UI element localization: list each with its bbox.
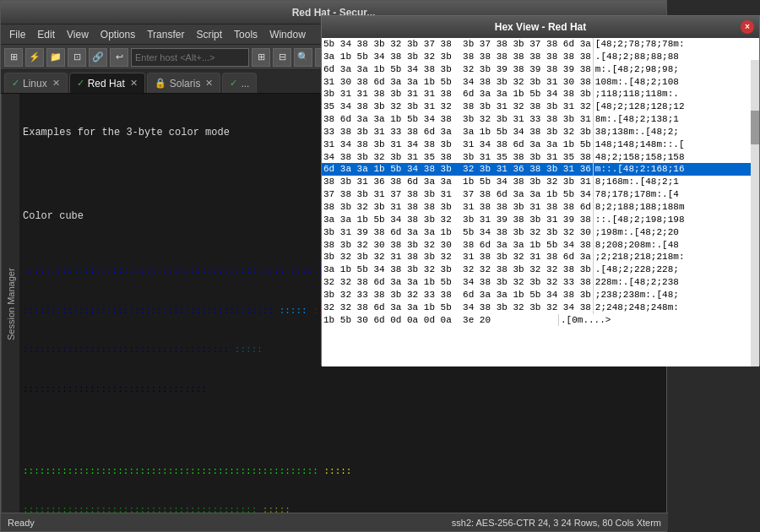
hex-text-cell: 8;208;208m:.[48 xyxy=(593,239,751,252)
hex-text-cell: 8;2;188;188;188m xyxy=(593,201,751,214)
hex-row: 32 32 38 6d 3a 3a 1b 5b 34 38 3b 32 3b 3… xyxy=(322,301,751,314)
toolbar-copy2-btn[interactable]: ⊞ xyxy=(252,48,270,67)
hex-row: 3a 3a 1b 5b 34 38 3b 32 3b 31 39 38 3b 3… xyxy=(322,214,751,226)
hex-bytes-cell: 3a 1b 5b 34 38 3b 32 3b 38 38 38 38 38 3… xyxy=(322,51,593,63)
hex-bytes-cell: 38 3b 32 3b 31 38 38 3b 31 38 38 3b 31 3… xyxy=(322,201,593,214)
tab-redhat[interactable]: ✓ Red Hat ✕ xyxy=(69,73,145,93)
hex-content[interactable]: 5b 34 38 3b 32 3b 37 38 3b 37 38 3b 37 3… xyxy=(322,38,759,366)
hex-bytes-cell: 32 32 38 6d 3a 3a 1b 5b 34 38 3b 32 3b 3… xyxy=(322,301,593,314)
hex-text-cell: 8m:.[48;2;138;1 xyxy=(593,113,751,126)
menu-options[interactable]: Options xyxy=(95,27,140,42)
hex-title: Hex View - Red Hat xyxy=(495,21,586,33)
hex-row: 38 3b 32 30 38 3b 32 30 38 6d 3a 3a 1b 5… xyxy=(322,239,751,252)
hex-window: Hex View - Red Hat × 5b 34 38 3b 32 3b 3… xyxy=(321,15,760,366)
hex-bytes-cell: 3b 32 33 38 3b 32 33 38 6d 3a 3a 1b 5b 3… xyxy=(322,289,593,301)
hex-titlebar: Hex View - Red Hat × xyxy=(322,16,759,38)
check-icon-linux: ✓ xyxy=(12,78,19,89)
tab-solaris[interactable]: 🔒 Solaris ✕ xyxy=(147,73,221,93)
hex-text-cell: 148;148;148m::.[ xyxy=(593,138,751,151)
hex-text-cell: ;118;118;118m:. xyxy=(593,88,751,100)
check-icon-redhat: ✓ xyxy=(77,78,84,89)
hex-row: 3b 31 31 38 3b 31 31 38 6d 3a 3a 1b 5b 3… xyxy=(322,88,751,100)
hex-row: 3b 31 39 38 6d 3a 3a 1b 5b 34 38 3b 32 3… xyxy=(322,226,751,239)
hex-row: 34 38 3b 32 3b 31 35 38 3b 31 35 38 3b 3… xyxy=(322,151,751,164)
session-manager-label: Session Manager xyxy=(6,268,16,340)
hex-row: 3a 1b 5b 34 38 3b 32 3b 32 32 38 3b 32 3… xyxy=(322,263,751,276)
hex-row: 3b 32 3b 32 31 38 3b 32 31 38 3b 32 31 3… xyxy=(322,251,751,263)
hex-bytes-cell: 31 30 38 6d 3a 3a 1b 5b 34 38 3b 32 3b 3… xyxy=(322,76,593,89)
tab-more-label: ... xyxy=(241,78,249,90)
hex-bytes-cell: 3b 31 31 38 3b 31 31 38 6d 3a 3a 1b 5b 3… xyxy=(322,88,593,100)
hex-row: 6d 3a 3a 1b 5b 34 38 3b 32 3b 39 38 39 3… xyxy=(322,63,751,76)
check-icon-more: ✓ xyxy=(230,78,237,89)
hex-row: 38 3b 31 36 38 6d 3a 3a 1b 5b 34 38 3b 3… xyxy=(322,176,751,188)
tab-more[interactable]: ✓ ... xyxy=(222,73,257,93)
toolbar-copy-btn[interactable]: ⊡ xyxy=(68,48,86,67)
hex-bytes-cell: 35 34 38 3b 32 3b 31 32 38 3b 31 32 38 3… xyxy=(322,100,593,113)
term-line-space1 xyxy=(23,424,663,437)
hex-bytes-cell: 6d 3a 3a 1b 5b 34 38 3b 32 3b 31 36 38 3… xyxy=(322,163,593,176)
hex-text-cell: ;238;238m:.[48; xyxy=(593,289,751,301)
tab-redhat-close[interactable]: ✕ xyxy=(130,78,138,89)
menu-tools[interactable]: Tools xyxy=(229,27,263,42)
hex-bytes-cell: 33 38 3b 31 33 38 6d 3a 3a 1b 5b 34 38 3… xyxy=(322,126,593,138)
hex-text-cell: .[48;2;228;228; xyxy=(593,263,751,276)
host-input[interactable] xyxy=(131,48,249,67)
tab-linux[interactable]: ✓ Linux ✕ xyxy=(4,73,68,93)
tab-solaris-label: Solaris xyxy=(170,78,201,90)
hex-text-cell: 38;138m:.[48;2; xyxy=(593,126,751,138)
status-info: ssh2: AES-256-CTR 24, 3 24 Rows, 80 Cols… xyxy=(452,518,661,528)
hex-text-cell: 48;2;158;158;158 xyxy=(593,151,751,164)
hex-text-cell: 2;248;248;248m: xyxy=(593,301,751,314)
hex-row: 33 38 3b 31 33 38 6d 3a 3a 1b 5b 34 38 3… xyxy=(322,126,751,138)
toolbar-paste-btn[interactable]: ⊟ xyxy=(273,48,291,67)
hex-bytes-cell: 38 3b 31 36 38 6d 3a 3a 1b 5b 34 38 3b 3… xyxy=(322,176,593,188)
hex-bytes-cell: 1b 5b 30 6d 0d 0a 0d 0a 3e 20 xyxy=(322,314,558,327)
hex-row: 6d 3a 3a 1b 5b 34 38 3b 32 3b 31 36 38 3… xyxy=(322,163,751,176)
toolbar-back-btn[interactable]: ↩ xyxy=(110,48,128,67)
hex-row: 38 3b 32 3b 31 38 38 3b 31 38 38 3b 31 3… xyxy=(322,201,751,214)
hex-text-cell: 228m:.[48;2;238 xyxy=(593,276,751,289)
toolbar-find-btn[interactable]: 🔍 xyxy=(294,48,312,67)
term-dots-5: ::::::::::::::::::::::::::::::::::::::::… xyxy=(23,466,663,477)
toolbar-flash-btn[interactable]: ⚡ xyxy=(25,48,44,67)
hex-row: 3a 1b 5b 34 38 3b 32 3b 38 38 38 38 38 3… xyxy=(322,51,751,63)
hex-text-cell: 108m:.[48;2;108 xyxy=(593,76,751,89)
hex-bytes-cell: 37 38 3b 31 37 38 3b 31 37 38 6d 3a 3a 1… xyxy=(322,188,593,201)
hex-bytes-cell: 3a 3a 1b 5b 34 38 3b 32 3b 31 39 38 3b 3… xyxy=(322,214,593,226)
hex-text-cell: ;2;218;218;218m: xyxy=(593,251,751,263)
tab-linux-label: Linux xyxy=(23,78,47,90)
hex-text-cell: .[0m....> xyxy=(558,314,751,327)
hex-text-cell: .[48;2;88;88;88 xyxy=(593,51,751,63)
session-manager[interactable]: Session Manager xyxy=(1,94,19,514)
menu-transfer[interactable]: Transfer xyxy=(142,27,189,42)
hex-bytes-cell: 6d 3a 3a 1b 5b 34 38 3b 32 3b 39 38 39 3… xyxy=(322,63,593,76)
menu-view[interactable]: View xyxy=(62,27,94,42)
hex-row: 37 38 3b 31 37 38 3b 31 37 38 6d 3a 3a 1… xyxy=(322,188,751,201)
menu-window[interactable]: Window xyxy=(264,27,311,42)
hex-scrollbar[interactable] xyxy=(751,60,759,366)
hex-scrollbar-thumb[interactable] xyxy=(751,111,759,144)
toolbar-chain-btn[interactable]: 🔗 xyxy=(89,48,107,67)
toolbar-new-btn[interactable]: ⊞ xyxy=(4,48,23,67)
hex-row: 3b 32 33 38 3b 32 33 38 6d 3a 3a 1b 5b 3… xyxy=(322,289,751,301)
hex-close-button[interactable]: × xyxy=(741,20,754,34)
tab-linux-close[interactable]: ✕ xyxy=(52,78,60,89)
hex-text-cell: 78;178;178m:.[4 xyxy=(593,188,751,201)
hex-row: 35 34 38 3b 32 3b 31 32 38 3b 31 32 38 3… xyxy=(322,100,751,113)
toolbar-folder-btn[interactable]: 📁 xyxy=(46,48,65,67)
hex-bytes-cell: 38 6d 3a 3a 1b 5b 34 38 3b 32 3b 31 33 3… xyxy=(322,113,593,126)
hex-text-cell: 8;168m:.[48;2;1 xyxy=(593,176,751,188)
hex-bytes-cell: 3a 1b 5b 34 38 3b 32 3b 32 32 38 3b 32 3… xyxy=(322,263,593,276)
hex-text-cell: [48;2;128;128;12 xyxy=(593,100,751,113)
hex-bytes-cell: 3b 31 39 38 6d 3a 3a 1b 5b 34 38 3b 32 3… xyxy=(322,226,593,239)
hex-bytes-cell: 38 3b 32 30 38 3b 32 30 38 6d 3a 3a 1b 5… xyxy=(322,239,593,252)
menu-script[interactable]: Script xyxy=(191,27,227,42)
menu-edit[interactable]: Edit xyxy=(32,27,60,42)
menu-file[interactable]: File xyxy=(4,27,30,42)
hex-bytes-cell: 5b 34 38 3b 32 3b 37 38 3b 37 38 3b 37 3… xyxy=(322,38,593,51)
tab-solaris-close[interactable]: ✕ xyxy=(205,78,213,89)
hex-rows-container: 5b 34 38 3b 32 3b 37 38 3b 37 38 3b 37 3… xyxy=(322,38,759,366)
hex-row: 1b 5b 30 6d 0d 0a 0d 0a 3e 20.[0m....> xyxy=(322,314,751,327)
term-dots-4: ::::::::::::::::::::::::::::::::: xyxy=(23,384,663,395)
